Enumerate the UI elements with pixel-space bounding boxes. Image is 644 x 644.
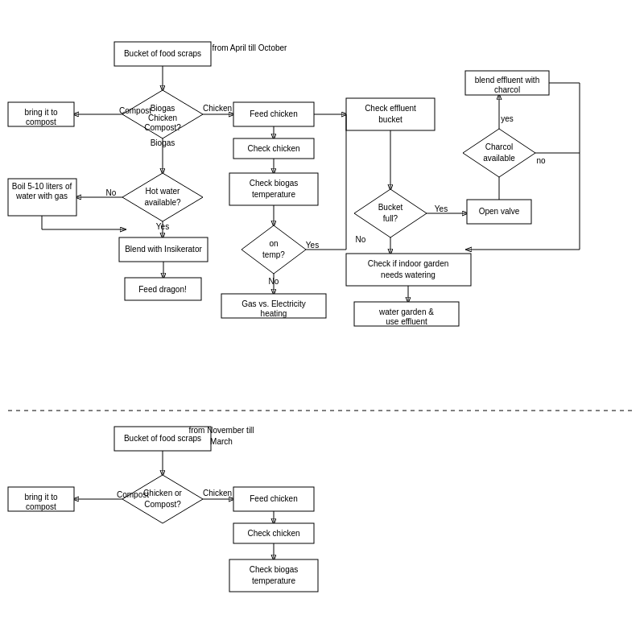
diamond1-bottom-line2: Compost? <box>144 500 181 509</box>
label-chicken: Chicken <box>203 104 232 113</box>
diamond1-line3: Compost? <box>144 123 181 132</box>
label-no-hotwater: No <box>106 188 117 197</box>
boil-line1: Boil 5-10 liters of <box>12 182 72 191</box>
hotwater-line1: Hot water <box>146 187 180 196</box>
label-no-bucketfull: No <box>356 235 366 244</box>
hotwater-line2: available? <box>144 198 180 207</box>
check-effluent-line1: Check effluent <box>365 104 416 113</box>
check-indoor-line2: needs watering <box>381 270 436 279</box>
diamond1-line1: Biogas <box>151 104 175 113</box>
blend-insikerator-label: Blend with Insikerator <box>125 245 202 254</box>
water-garden-line2: use effluent <box>386 317 427 326</box>
label-yes-bucketfull: Yes <box>435 204 448 213</box>
feed-chicken-label: Feed chicken <box>250 109 297 118</box>
diamond1-bottom-line1: Chicken or <box>143 489 182 497</box>
gas-vs-elec-line2: heating <box>261 309 287 318</box>
blend-effluent-line2: charcol <box>494 85 520 94</box>
bucketfull-line2: full? <box>383 214 398 223</box>
label-no-charcol: no <box>536 156 546 165</box>
label-compost-bottom: Compost <box>117 490 149 499</box>
ontemp-line2: temp? <box>262 250 285 259</box>
charcol-line2: available <box>483 154 515 163</box>
label-compost: Compost <box>119 106 151 115</box>
charcol-line1: Charcol <box>485 142 513 151</box>
open-valve-label: Open valve <box>479 207 520 216</box>
check-biogas-bottom-line2: temperature <box>252 576 295 585</box>
label-yes-charcol: yes <box>501 114 514 123</box>
check-biogas-bottom-line1: Check biogas <box>250 565 299 574</box>
season-label-bottom2: March <box>210 437 233 446</box>
check-biogas-line1: Check biogas <box>250 179 299 188</box>
bring-compost-bottom-line2: compost <box>26 502 56 511</box>
season-label-bottom: from November till <box>188 426 254 435</box>
check-indoor-line1: Check if indoor garden <box>368 259 449 268</box>
feed-dragon-label: Feed dragon! <box>138 285 187 294</box>
label-yes-ontemp: Yes <box>306 241 319 250</box>
bring-compost-label2: compost <box>26 118 56 126</box>
blend-effluent-line1: blend effluent with <box>475 76 539 85</box>
boil-line2: water with gas <box>15 192 68 200</box>
diamond1-line2: Chicken <box>148 114 177 122</box>
label-chicken-bottom: Chicken <box>203 489 232 497</box>
bring-compost-label: bring it to <box>24 108 58 117</box>
season-label-top: from April till October <box>213 43 287 52</box>
bucket-label-bottom: Bucket of food scraps <box>124 434 201 443</box>
check-biogas-line2: temperature <box>252 190 295 199</box>
gas-vs-elec-line1: Gas vs. Electricity <box>242 299 305 308</box>
ontemp-line1: on <box>269 239 278 248</box>
bucket-label: Bucket of food scraps <box>124 49 201 58</box>
check-effluent-line2: bucket <box>378 115 402 124</box>
check-chicken-label: Check chicken <box>247 144 299 153</box>
bucketfull-line1: Bucket <box>378 203 403 212</box>
feed-chicken-label-bottom: Feed chicken <box>250 494 297 503</box>
bring-compost-bottom-line1: bring it to <box>24 493 58 502</box>
water-garden-line1: water garden & <box>378 308 434 316</box>
check-chicken-label-bottom: Check chicken <box>247 529 299 538</box>
